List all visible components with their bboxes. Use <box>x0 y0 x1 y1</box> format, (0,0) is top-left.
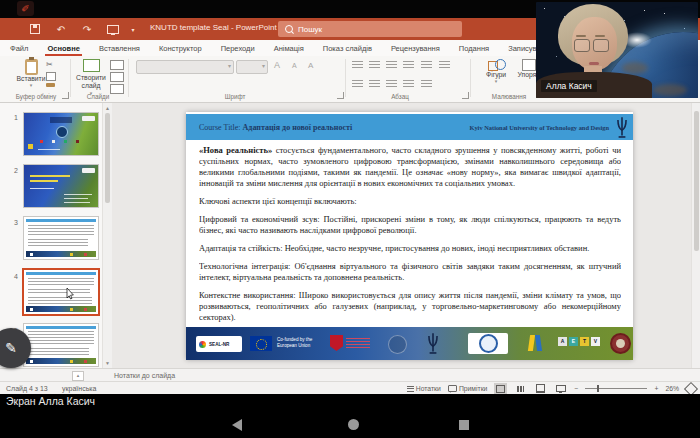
slideshow-view-button[interactable] <box>554 383 567 394</box>
thumb2-line <box>30 175 70 177</box>
reading-view-button[interactable] <box>534 383 547 394</box>
slide-thumbnail-3[interactable] <box>24 217 98 259</box>
thumb3-footer <box>26 251 96 257</box>
slide-paragraph: Контекстне використання: Широко використ… <box>199 290 621 323</box>
align-left-button[interactable] <box>352 80 363 88</box>
thumbnail-scrollbar[interactable]: ▲ ▼ <box>102 103 112 368</box>
slide-scrollbar-thumb[interactable] <box>694 111 699 251</box>
justify-button[interactable] <box>403 80 414 88</box>
android-back-button[interactable] <box>232 419 242 431</box>
seal-logo-icon <box>199 341 206 348</box>
text-direction-button[interactable] <box>439 61 450 69</box>
zoom-level[interactable]: 26% <box>665 385 679 392</box>
shrink-font-button[interactable]: А <box>292 62 297 69</box>
font-name-select[interactable] <box>136 60 234 74</box>
align-right-button[interactable] <box>386 80 397 88</box>
undo-button[interactable]: ↶ <box>48 22 74 36</box>
notes-splitter[interactable]: ▴ <box>72 371 84 381</box>
webcam-video[interactable]: Алла Касич <box>536 2 698 98</box>
font-dialog-launcher[interactable] <box>337 92 344 99</box>
android-home-button[interactable] <box>348 419 359 430</box>
comments-button[interactable]: Примітки <box>448 385 488 392</box>
slide-canvas[interactable]: Course Title: Адаптація до нової реально… <box>186 112 633 360</box>
thumb4-header <box>26 272 96 275</box>
notes-placeholder[interactable]: Нотатки до слайда <box>114 372 175 379</box>
partner-letter-box: A <box>558 337 567 346</box>
slide-header: Course Title: Адаптація до нової реально… <box>186 114 633 140</box>
android-recents-button[interactable] <box>459 420 469 430</box>
tab-Основне[interactable]: Основне <box>45 42 81 56</box>
zoom-in-button[interactable]: + <box>654 385 658 392</box>
align-center-button[interactable] <box>369 80 380 88</box>
slide-paragraph: Ключові аспекти цієї концепції включають… <box>199 196 621 207</box>
paste-button[interactable]: Вставити ▾ <box>14 59 48 88</box>
columns-button[interactable] <box>421 80 432 88</box>
shapes-label: Фігури <box>480 71 512 78</box>
slide-thumbnail-1[interactable] <box>24 113 98 155</box>
tab-Подання[interactable]: Подання <box>457 42 491 56</box>
thumb-number: 3 <box>6 219 18 226</box>
tab-Конструктор[interactable]: Конструктор <box>157 42 204 56</box>
scrollbar-thumb[interactable] <box>105 113 110 203</box>
tab-Вставлення[interactable]: Вставлення <box>97 42 142 56</box>
qat-menu-button[interactable]: ▾ <box>126 22 140 36</box>
m-partner-logo <box>528 335 544 351</box>
slide-sorter-icon <box>517 386 524 392</box>
format-painter-button[interactable] <box>46 83 55 87</box>
tab-Показ слайдів[interactable]: Показ слайдів <box>321 42 374 56</box>
thumb2-line <box>64 198 88 199</box>
font-group-label: Шрифт <box>200 93 270 100</box>
slide-paragraph: «Нова реальність» стосується фундаментал… <box>199 145 621 189</box>
decrease-indent-button[interactable] <box>386 61 397 69</box>
course-title-prefix: Course Title: <box>199 123 243 132</box>
language-indicator[interactable]: українська <box>62 385 96 392</box>
new-slide-button[interactable]: Створити слайд ▾ <box>76 59 106 96</box>
thumb1-line <box>38 149 60 150</box>
slide-thumbnail-4[interactable] <box>24 270 98 314</box>
slide-layout-button[interactable] <box>110 60 124 70</box>
paragraph-dialog-launcher[interactable] <box>462 92 469 99</box>
slide-scrollbar[interactable] <box>691 103 700 368</box>
slide-thumbnail-2[interactable] <box>24 165 98 207</box>
scroll-down-icon[interactable]: ▼ <box>104 360 111 366</box>
course-title-text: Адаптація до нової реальності <box>243 123 353 132</box>
tab-Файл[interactable]: Файл <box>8 42 30 56</box>
zoom-slider-thumb[interactable] <box>597 385 599 392</box>
clear-formatting-button[interactable]: А <box>308 61 313 70</box>
shared-screen-label: Экран Алла Касич <box>6 395 95 407</box>
notes-toggle-button[interactable]: Нотатки <box>407 385 441 392</box>
increase-indent-button[interactable] <box>403 61 414 69</box>
shapes-button[interactable]: Фігури ▾ <box>480 59 512 84</box>
search-icon <box>285 25 293 33</box>
zoom-slider[interactable] <box>585 388 647 389</box>
thumb5-text <box>28 348 89 356</box>
slide-thumbnail-5[interactable] <box>24 324 98 366</box>
clipboard-dialog-launcher[interactable] <box>62 92 69 99</box>
notes-bar[interactable]: ▴ Нотатки до слайда <box>0 368 700 381</box>
thumb2-line <box>30 180 58 182</box>
slideshow-button[interactable] <box>100 22 126 36</box>
save-button[interactable] <box>22 22 48 36</box>
tab-Рецензування[interactable]: Рецензування <box>389 42 442 56</box>
zoom-out-button[interactable]: − <box>574 385 578 392</box>
slide-paragraph: Технологічна інтеграція: Об'єднання вірт… <box>199 261 621 283</box>
grow-font-button[interactable]: А <box>274 60 280 70</box>
ribbon-divider <box>345 59 346 97</box>
numbering-button[interactable] <box>369 61 380 69</box>
bullets-button[interactable] <box>352 61 363 69</box>
copy-button[interactable] <box>46 72 56 81</box>
normal-view-button[interactable] <box>494 383 507 394</box>
reset-slide-button[interactable] <box>110 72 124 82</box>
tab-Анімація[interactable]: Анімація <box>272 42 306 56</box>
cut-button[interactable]: ✂ <box>46 60 53 69</box>
slide-sorter-view-button[interactable] <box>514 383 527 394</box>
thumb2-logo-pill <box>82 168 95 173</box>
seal-logo: SEAL-NR <box>196 336 242 352</box>
line-spacing-button[interactable] <box>421 61 432 69</box>
redo-button[interactable]: ↷ <box>74 22 100 36</box>
scroll-up-icon[interactable]: ▲ <box>104 105 111 111</box>
font-size-select[interactable] <box>236 60 268 74</box>
glasses-icon <box>593 39 609 52</box>
search-box[interactable]: Пошук <box>278 21 462 37</box>
tab-Переходи[interactable]: Переходи <box>219 42 257 56</box>
